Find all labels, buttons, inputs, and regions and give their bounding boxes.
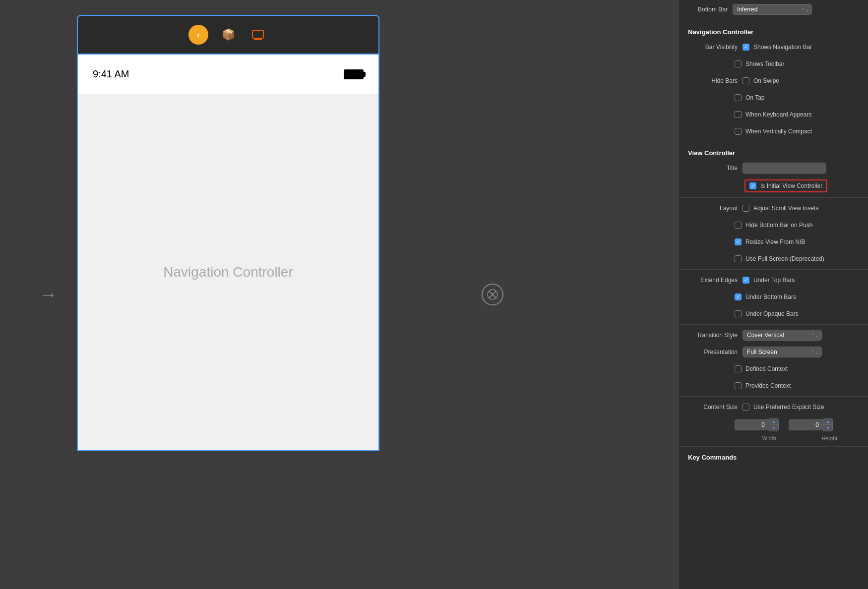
use-full-screen-checkbox[interactable] [735, 255, 742, 262]
shows-nav-bar-label: Shows Navigation Bar [753, 44, 812, 51]
under-top-bars-checkbox[interactable] [743, 277, 749, 284]
when-vertically-checkbox[interactable] [735, 128, 742, 135]
presentation-select[interactable]: Full Screen Page Sheet Form Sheet Curren… [743, 347, 822, 357]
shows-toolbar-checkbox-row: Shows Toolbar [735, 59, 785, 69]
under-top-bars-label: Under Top Bars [753, 277, 795, 284]
width-label: Width [762, 435, 776, 441]
divider-6 [680, 396, 868, 397]
segue-connector [482, 284, 503, 305]
when-keyboard-row: When Keyboard Appears [680, 106, 868, 123]
divider-3 [680, 197, 868, 198]
when-vertically-row: When Vertically Compact [680, 123, 868, 140]
cube-icon[interactable]: 📦 [218, 25, 238, 45]
is-initial-label: Is Initial View Controller [760, 182, 822, 189]
under-opaque-bars-row: Under Opaque Bars [680, 305, 868, 322]
presentation-row: Presentation Full Screen Page Sheet Form… [680, 344, 868, 360]
use-preferred-checkbox[interactable] [743, 404, 749, 411]
divider-2 [680, 142, 868, 142]
back-button-icon[interactable]: ‹ [188, 25, 208, 45]
on-swipe-row: On Swipe [743, 75, 779, 86]
on-swipe-checkbox[interactable] [743, 77, 749, 84]
title-input[interactable] [743, 163, 826, 174]
svg-rect-0 [252, 30, 263, 38]
layout-adjust-row: Layout Adjust Scroll View Insets [680, 200, 868, 217]
width-stepper-buttons: ▲ ▼ [769, 418, 779, 431]
height-stepper-wrapper: 0 ▲ ▼ [789, 418, 833, 431]
divider-4 [680, 269, 868, 270]
width-height-labels: Width Height [680, 434, 868, 444]
canvas-area: → ‹ 📦 9:41 AM Navigation Controller [0, 0, 680, 589]
presentation-label: Presentation [688, 349, 738, 355]
defines-context-checkbox[interactable] [735, 365, 742, 372]
screen-content: Navigation Controller [78, 94, 378, 450]
screen-icon[interactable] [248, 25, 268, 45]
device-toolbar: ‹ 📦 [77, 15, 379, 55]
when-keyboard-label: When Keyboard Appears [745, 111, 811, 118]
device-mockup: ‹ 📦 9:41 AM Navigation Controller [77, 15, 379, 451]
resize-view-checkbox[interactable] [735, 238, 742, 245]
key-commands-header: Key Commands [680, 449, 868, 464]
divider-5 [680, 324, 868, 325]
bottom-bar-select-wrapper: Inferred None Any [733, 4, 812, 15]
is-initial-checkbox[interactable] [749, 182, 756, 189]
extend-edges-label: Extend Edges [688, 277, 738, 284]
transition-style-label: Transition Style [688, 332, 738, 339]
on-swipe-label: On Swipe [753, 77, 779, 84]
width-increment[interactable]: ▲ [769, 419, 778, 425]
bottom-bar-label: Bottom Bar [688, 6, 728, 13]
under-opaque-bars-label: Under Opaque Bars [745, 310, 799, 317]
title-row: Title [680, 160, 868, 177]
resize-view-row: Resize View From NIB [680, 234, 868, 250]
under-opaque-bars-checkbox[interactable] [735, 310, 742, 317]
width-decrement[interactable]: ▼ [769, 425, 778, 431]
defines-context-row: Defines Context [680, 360, 868, 377]
provides-context-row: Provides Context [680, 377, 868, 394]
bar-visibility-label: Bar Visibility [688, 44, 738, 51]
hide-bars-on-swipe-row: Hide Bars On Swipe [680, 72, 868, 89]
on-tap-row: On Tap [680, 89, 868, 106]
on-tap-checkbox[interactable] [735, 94, 742, 101]
provides-context-checkbox[interactable] [735, 382, 742, 389]
shows-toolbar-label: Shows Toolbar [745, 60, 785, 67]
width-height-row: 0 ▲ ▼ 0 ▲ ▼ [680, 415, 868, 434]
bottom-bar-select[interactable]: Inferred None Any [733, 4, 812, 15]
hide-bottom-bar-checkbox[interactable] [735, 222, 742, 229]
shows-nav-bar-row: Shows Navigation Bar [743, 42, 812, 53]
height-stepper-buttons: ▲ ▼ [823, 418, 833, 431]
shows-toolbar-checkbox[interactable] [735, 60, 742, 67]
use-full-screen-label: Use Full Screen (Deprecated) [745, 255, 824, 262]
height-input[interactable]: 0 [789, 419, 823, 430]
divider-1 [680, 21, 868, 21]
under-bottom-bars-checkbox[interactable] [735, 294, 742, 300]
content-size-row: Content Size Use Preferred Explicit Size [680, 399, 868, 415]
bottom-bar-row: Bottom Bar Inferred None Any [680, 0, 868, 19]
status-bar: 9:41 AM [78, 55, 378, 94]
transition-style-row: Transition Style Cover Vertical Flip Hor… [680, 327, 868, 344]
extend-edges-top-row: Extend Edges Under Top Bars [680, 272, 868, 289]
under-bottom-bars-row: Under Bottom Bars [680, 289, 868, 305]
content-size-label: Content Size [688, 404, 738, 411]
layout-label: Layout [688, 205, 738, 212]
bar-visibility-row: Bar Visibility Shows Navigation Bar [680, 39, 868, 56]
segue-circle [482, 284, 503, 305]
divider-7 [680, 446, 868, 447]
on-tap-label: On Tap [745, 94, 764, 101]
is-initial-row: Is Initial View Controller [680, 177, 868, 195]
use-full-screen-row: Use Full Screen (Deprecated) [680, 250, 868, 267]
status-time: 9:41 AM [93, 68, 129, 80]
transition-style-select[interactable]: Cover Vertical Flip Horizontal Cross Dis… [743, 330, 822, 341]
provides-context-label: Provides Context [745, 382, 791, 389]
inspector-panel: Bottom Bar Inferred None Any Navigation … [680, 0, 868, 589]
hide-bottom-bar-label: Hide Bottom Bar on Push [745, 222, 812, 229]
height-label: Height [821, 435, 837, 441]
when-keyboard-checkbox[interactable] [735, 111, 742, 118]
adjust-scroll-checkbox[interactable] [743, 205, 749, 212]
is-initial-highlighted: Is Initial View Controller [744, 179, 827, 192]
width-input[interactable]: 0 [735, 419, 769, 430]
width-stepper-wrapper: 0 ▲ ▼ [735, 418, 779, 431]
resize-view-label: Resize View From NIB [745, 238, 805, 245]
height-decrement[interactable]: ▼ [823, 425, 832, 431]
shows-nav-bar-checkbox[interactable] [743, 44, 749, 51]
initial-view-arrow: → [40, 284, 58, 305]
height-increment[interactable]: ▲ [823, 419, 832, 425]
